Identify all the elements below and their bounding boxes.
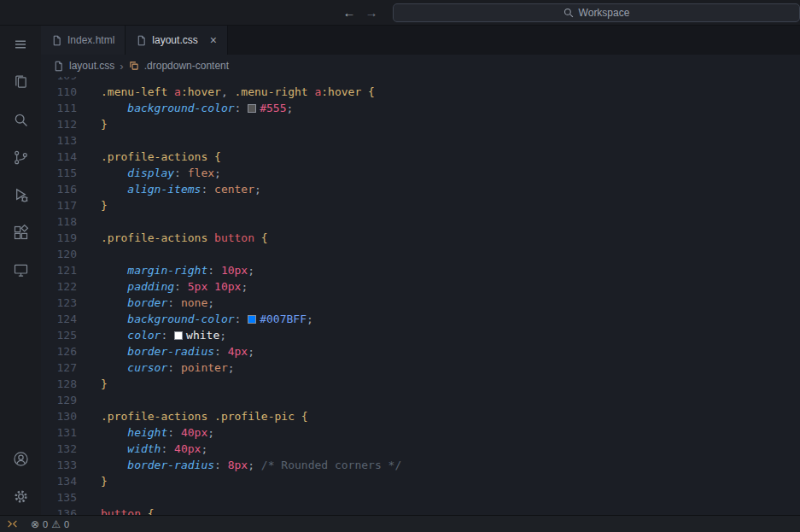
line-number: 118	[41, 213, 77, 230]
code-line[interactable]: 133 border-radius: 8px; /* Rounded corne…	[41, 457, 800, 473]
code-line[interactable]: 134}	[41, 473, 800, 489]
code-line[interactable]: 135	[41, 489, 800, 506]
line-number: 114	[41, 149, 77, 165]
code-line[interactable]: 128}	[41, 376, 800, 392]
vscode-window: ← → Workspace	[0, 0, 800, 532]
code-line[interactable]: 130.profile-actions .profile-pic {	[41, 408, 800, 424]
accounts-icon[interactable]	[0, 440, 41, 477]
line-number: 129	[41, 392, 77, 408]
line-number: 130	[41, 408, 77, 424]
code-line[interactable]: 113	[41, 132, 800, 149]
line-number: 123	[41, 295, 77, 311]
code-line[interactable]: 132 width: 40px;	[41, 441, 800, 457]
file-icon	[53, 61, 64, 72]
line-number: 117	[41, 197, 77, 213]
line-number: 109	[41, 77, 77, 84]
code-line[interactable]: 119.profile-actions button {	[41, 230, 800, 246]
breadcrumb-symbol[interactable]: .dropdown-content	[144, 60, 229, 72]
code-line[interactable]: 125 color: white;	[41, 327, 800, 343]
code-area[interactable]: 109110.menu-left a:hover, .menu-right a:…	[41, 77, 800, 515]
code-line[interactable]: 111 background-color: #555;	[41, 100, 800, 116]
code-line[interactable]: 110.menu-left a:hover, .menu-right a:hov…	[41, 84, 800, 100]
line-number: 128	[41, 376, 77, 392]
breadcrumb-file[interactable]: layout.css	[69, 60, 114, 72]
code-line[interactable]: 124 background-color: #007BFF;	[41, 311, 800, 327]
line-number: 132	[41, 441, 77, 457]
code-line[interactable]: 109	[41, 77, 800, 84]
code-line[interactable]: 127 cursor: pointer;	[41, 360, 800, 376]
search-sidebar-icon[interactable]	[0, 101, 41, 138]
line-number: 112	[41, 116, 77, 132]
breadcrumb: layout.css › .dropdown-content	[41, 55, 800, 77]
remote-explorer-icon[interactable]	[0, 251, 41, 289]
line-number: 124	[41, 311, 77, 327]
class-symbol-icon	[129, 61, 139, 71]
search-label: Workspace	[579, 7, 630, 19]
menu-icon[interactable]	[0, 26, 41, 63]
search-icon	[564, 8, 574, 18]
title-bar: ← → Workspace	[0, 0, 800, 26]
run-debug-icon[interactable]	[0, 176, 41, 213]
line-number: 134	[41, 473, 77, 489]
line-number: 116	[41, 181, 77, 197]
warning-count: 0	[64, 519, 69, 529]
error-count: 0	[43, 519, 48, 529]
color-swatch[interactable]	[174, 331, 183, 340]
code-line[interactable]: 120	[41, 246, 800, 262]
line-number: 125	[41, 327, 77, 343]
tab-label: Index.html	[67, 34, 114, 46]
source-control-icon[interactable]	[0, 138, 41, 176]
line-number: 135	[41, 489, 77, 506]
file-icon	[136, 35, 147, 46]
code-line[interactable]: 117}	[41, 197, 800, 213]
line-number: 121	[41, 262, 77, 278]
line-number: 122	[41, 278, 77, 295]
breadcrumb-separator: ›	[120, 60, 123, 73]
line-number: 126	[41, 343, 77, 360]
code-line[interactable]: 121 margin-right: 10px;	[41, 262, 800, 278]
code-line[interactable]: 114.profile-actions {	[41, 149, 800, 165]
code-line[interactable]: 129	[41, 392, 800, 408]
problems-status[interactable]: ⊗ 0 ⚠ 0	[24, 518, 76, 530]
line-number: 111	[41, 100, 77, 116]
line-number: 110	[41, 84, 77, 100]
tab-bar: Index.html layout.css ×	[41, 26, 800, 55]
line-number: 115	[41, 165, 77, 181]
file-icon	[51, 35, 62, 46]
back-icon[interactable]: ←	[338, 5, 360, 20]
activity-bar	[0, 26, 41, 515]
code-line[interactable]: 116 align-items: center;	[41, 181, 800, 197]
line-number: 119	[41, 230, 77, 246]
code-line[interactable]: 115 display: flex;	[41, 165, 800, 181]
line-number: 131	[41, 424, 77, 441]
color-swatch[interactable]	[248, 104, 256, 113]
status-bar: ⊗ 0 ⚠ 0	[0, 515, 800, 532]
close-icon[interactable]: ×	[210, 34, 217, 46]
warning-icon: ⚠	[51, 518, 61, 530]
code-line[interactable]: 112}	[41, 116, 800, 132]
color-swatch[interactable]	[248, 315, 256, 324]
line-number: 120	[41, 246, 77, 262]
open-remote-window-icon[interactable]	[0, 516, 24, 532]
settings-gear-icon[interactable]	[0, 477, 41, 515]
code-line[interactable]: 136button {	[41, 506, 800, 515]
explorer-icon[interactable]	[0, 63, 41, 101]
code-line[interactable]: 122 padding: 5px 10px;	[41, 278, 800, 295]
code-line[interactable]: 126 border-radius: 4px;	[41, 343, 800, 360]
line-number: 136	[41, 506, 77, 515]
command-center-search[interactable]: Workspace	[393, 3, 800, 22]
extensions-icon[interactable]	[0, 213, 41, 251]
code-line[interactable]: 131 height: 40px;	[41, 424, 800, 441]
tab-layout-css[interactable]: layout.css ×	[126, 26, 228, 55]
editor[interactable]: 109110.menu-left a:hover, .menu-right a:…	[41, 77, 800, 515]
error-icon: ⊗	[31, 518, 39, 530]
tab-label: layout.css	[152, 34, 197, 46]
code-line[interactable]: 123 border: none;	[41, 295, 800, 311]
code-line[interactable]: 118	[41, 213, 800, 230]
tab-index-html[interactable]: Index.html	[41, 26, 126, 55]
line-number: 127	[41, 360, 77, 376]
line-number: 113	[41, 132, 77, 149]
line-number: 133	[41, 457, 77, 473]
forward-icon[interactable]: →	[360, 5, 382, 20]
